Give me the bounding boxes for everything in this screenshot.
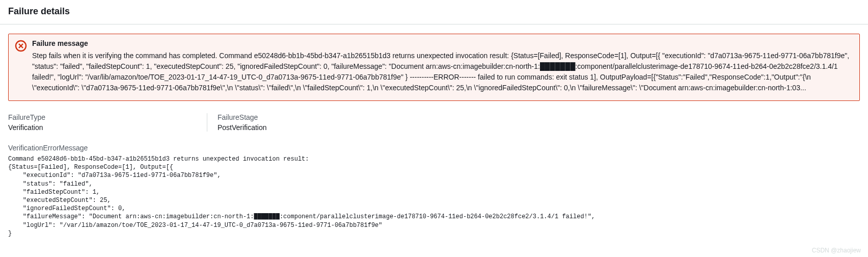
failure-alert: Failure message Step fails when it is ve…	[8, 34, 860, 101]
error-icon	[15, 39, 27, 93]
page-title: Failure details	[8, 6, 860, 17]
verification-error-label: VerificationErrorMessage	[8, 144, 860, 152]
verification-error-body: Command e50248d6-bb1b-45bd-b347-a1b26515…	[8, 155, 860, 238]
divider	[0, 24, 868, 24]
failure-type-label: FailureType	[8, 113, 191, 121]
failure-stage-label: FailureStage	[218, 113, 267, 121]
details-columns: FailureType Verification FailureStage Po…	[8, 113, 860, 132]
alert-body: Step fails when it is verifying the comm…	[32, 50, 852, 93]
failure-type-value: Verification	[8, 123, 191, 132]
failure-stage-value: PostVerification	[218, 123, 267, 132]
alert-title: Failure message	[32, 39, 852, 47]
